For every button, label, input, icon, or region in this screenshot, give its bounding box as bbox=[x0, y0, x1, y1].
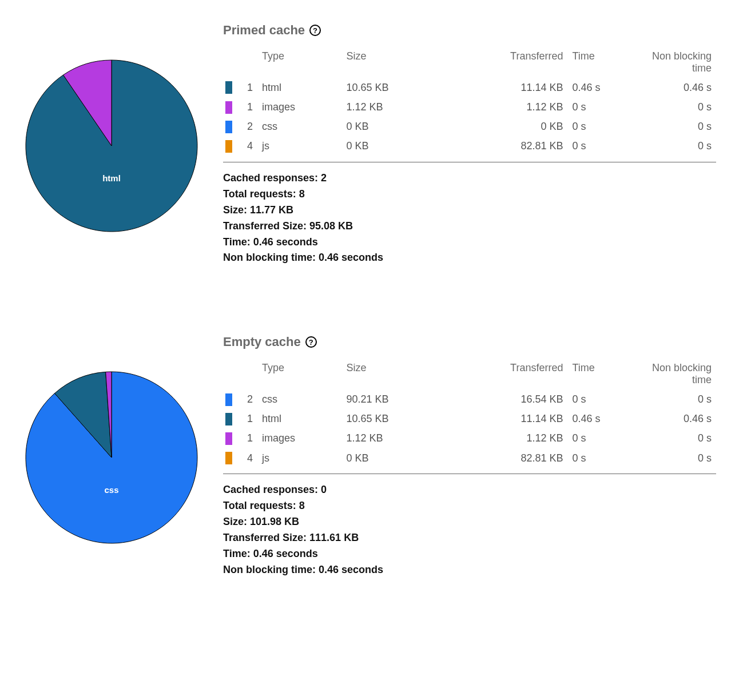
row-transferred: 1.12 KB bbox=[444, 97, 568, 117]
row-nonblocking: 0 s bbox=[642, 117, 716, 137]
empty-pie-svg bbox=[23, 369, 200, 546]
empty-pie-column: css bbox=[23, 335, 206, 578]
row-type: html bbox=[257, 409, 341, 429]
empty-title: Empty cache ? bbox=[223, 335, 716, 349]
table-row: 4js0 KB82.81 KB0 s0 s bbox=[223, 137, 716, 156]
row-nonblocking: 0 s bbox=[642, 389, 716, 409]
col-count bbox=[235, 359, 257, 389]
row-size: 10.65 KB bbox=[341, 78, 444, 97]
summary-time-label: Time: bbox=[223, 548, 251, 559]
empty-detail-column: Empty cache ? Type Size Transferred Time… bbox=[223, 335, 716, 578]
row-count: 1 bbox=[235, 78, 257, 97]
row-count: 1 bbox=[235, 97, 257, 117]
row-count: 1 bbox=[235, 409, 257, 429]
primed-table: Type Size Transferred Time Non blocking … bbox=[223, 47, 716, 156]
col-nonblocking: Non blocking time bbox=[642, 47, 716, 78]
summary-size-label: Size: bbox=[223, 516, 247, 527]
row-transferred: 82.81 KB bbox=[444, 448, 568, 468]
col-time: Time bbox=[567, 47, 642, 78]
primed-pie-chart: html bbox=[23, 57, 200, 234]
primed-summary: Cached responses: 2 Total requests: 8 Si… bbox=[223, 170, 716, 266]
table-row: 2css90.21 KB16.54 KB0 s0 s bbox=[223, 389, 716, 409]
empty-total-val: 8 bbox=[299, 500, 305, 511]
row-transferred: 16.54 KB bbox=[444, 389, 568, 409]
primed-size-val: 11.77 KB bbox=[250, 204, 293, 216]
row-nonblocking: 0.46 s bbox=[642, 78, 716, 97]
col-transferred: Transferred bbox=[444, 47, 568, 78]
summary-cached-label: Cached responses: bbox=[223, 172, 318, 184]
row-size: 0 KB bbox=[341, 117, 444, 137]
row-nonblocking: 0 s bbox=[642, 137, 716, 156]
primed-total-val: 8 bbox=[299, 188, 305, 200]
empty-divider bbox=[223, 474, 716, 474]
color-swatch bbox=[225, 81, 232, 94]
primed-detail-column: Primed cache ? Type Size Transferred Tim… bbox=[223, 23, 716, 266]
summary-time-label: Time: bbox=[223, 236, 251, 248]
row-type: images bbox=[257, 97, 341, 117]
col-type: Type bbox=[257, 359, 341, 389]
row-type: images bbox=[257, 429, 341, 448]
color-swatch bbox=[225, 432, 232, 445]
row-size: 0 KB bbox=[341, 448, 444, 468]
color-swatch bbox=[225, 101, 232, 114]
row-transferred: 1.12 KB bbox=[444, 429, 568, 448]
table-row: 1images1.12 KB1.12 KB0 s0 s bbox=[223, 429, 716, 448]
empty-summary: Cached responses: 0 Total requests: 8 Si… bbox=[223, 482, 716, 578]
col-transferred: Transferred bbox=[444, 359, 568, 389]
empty-pie-chart: css bbox=[23, 369, 200, 546]
help-icon[interactable]: ? bbox=[305, 336, 317, 348]
color-swatch bbox=[225, 140, 232, 153]
row-transferred: 11.14 KB bbox=[444, 78, 568, 97]
empty-cache-section: css Empty cache ? Type Size Transferred … bbox=[23, 335, 716, 578]
row-type: js bbox=[257, 448, 341, 468]
col-time: Time bbox=[567, 359, 642, 389]
summary-transferred-label: Transferred Size: bbox=[223, 532, 307, 543]
col-swatch bbox=[223, 359, 235, 389]
col-size: Size bbox=[341, 359, 444, 389]
row-size: 10.65 KB bbox=[341, 409, 444, 429]
row-type: html bbox=[257, 78, 341, 97]
empty-table: Type Size Transferred Time Non blocking … bbox=[223, 359, 716, 468]
primed-title-text: Primed cache bbox=[223, 23, 305, 38]
primed-transferred-val: 95.08 KB bbox=[309, 220, 353, 232]
empty-transferred-val: 111.61 KB bbox=[309, 532, 359, 543]
row-nonblocking: 0 s bbox=[642, 97, 716, 117]
col-swatch bbox=[223, 47, 235, 78]
primed-pie-column: html bbox=[23, 23, 206, 266]
row-count: 4 bbox=[235, 448, 257, 468]
row-count: 2 bbox=[235, 389, 257, 409]
table-row: 2css0 KB0 KB0 s0 s bbox=[223, 117, 716, 137]
primed-cached-val: 2 bbox=[321, 172, 327, 184]
color-swatch bbox=[225, 452, 232, 464]
row-size: 1.12 KB bbox=[341, 429, 444, 448]
summary-transferred-label: Transferred Size: bbox=[223, 220, 307, 232]
summary-size-label: Size: bbox=[223, 204, 247, 216]
summary-nonblocking-label: Non blocking time: bbox=[223, 252, 316, 263]
row-size: 0 KB bbox=[341, 137, 444, 156]
empty-cached-val: 0 bbox=[321, 484, 327, 495]
row-type: js bbox=[257, 137, 341, 156]
row-transferred: 11.14 KB bbox=[444, 409, 568, 429]
row-count: 4 bbox=[235, 137, 257, 156]
primed-time-val: 0.46 seconds bbox=[253, 236, 318, 248]
col-size: Size bbox=[341, 47, 444, 78]
row-time: 0 s bbox=[567, 117, 642, 137]
row-nonblocking: 0.46 s bbox=[642, 409, 716, 429]
summary-total-label: Total requests: bbox=[223, 500, 296, 511]
row-time: 0 s bbox=[567, 389, 642, 409]
summary-total-label: Total requests: bbox=[223, 188, 296, 200]
row-count: 1 bbox=[235, 429, 257, 448]
help-icon[interactable]: ? bbox=[309, 25, 321, 36]
empty-time-val: 0.46 seconds bbox=[253, 548, 318, 559]
summary-nonblocking-label: Non blocking time: bbox=[223, 564, 316, 575]
row-time: 0 s bbox=[567, 137, 642, 156]
table-row: 4js0 KB82.81 KB0 s0 s bbox=[223, 448, 716, 468]
row-time: 0 s bbox=[567, 448, 642, 468]
col-type: Type bbox=[257, 47, 341, 78]
color-swatch bbox=[225, 393, 232, 406]
col-count bbox=[235, 47, 257, 78]
color-swatch bbox=[225, 121, 232, 133]
table-row: 1html10.65 KB11.14 KB0.46 s0.46 s bbox=[223, 78, 716, 97]
table-row: 1images1.12 KB1.12 KB0 s0 s bbox=[223, 97, 716, 117]
empty-nonblocking-val: 0.46 seconds bbox=[319, 564, 383, 575]
